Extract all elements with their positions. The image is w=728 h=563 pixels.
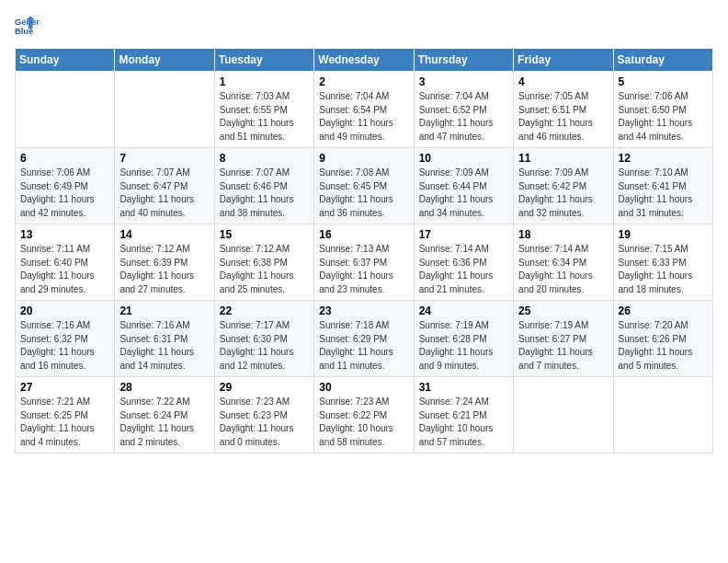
weekday-header-row: SundayMondayTuesdayWednesdayThursdayFrid…	[16, 49, 713, 72]
calendar-cell: 4Sunrise: 7:05 AMSunset: 6:51 PMDaylight…	[514, 72, 613, 148]
calendar-cell: 15Sunrise: 7:12 AMSunset: 6:38 PMDayligh…	[214, 224, 313, 301]
day-number: 15	[220, 228, 309, 241]
day-info: Sunrise: 7:07 AMSunset: 6:47 PMDaylight:…	[119, 167, 209, 220]
day-number: 5	[619, 75, 708, 88]
calendar-cell: 6Sunrise: 7:06 AMSunset: 6:49 PMDaylight…	[16, 148, 115, 224]
logo: GeneralBlue	[15, 15, 44, 40]
weekday-header-saturday: Saturday	[613, 49, 712, 72]
day-number: 16	[319, 228, 408, 241]
day-number: 27	[20, 381, 109, 394]
day-number: 21	[119, 304, 209, 317]
day-number: 2	[319, 75, 408, 88]
day-number: 28	[119, 381, 209, 394]
calendar-cell: 17Sunrise: 7:14 AMSunset: 6:36 PMDayligh…	[414, 224, 513, 301]
day-info: Sunrise: 7:19 AMSunset: 6:27 PMDaylight:…	[518, 319, 608, 373]
calendar-cell: 27Sunrise: 7:21 AMSunset: 6:25 PMDayligh…	[16, 377, 115, 454]
logo-icon: GeneralBlue	[15, 15, 40, 40]
day-info: Sunrise: 7:24 AMSunset: 6:21 PMDaylight:…	[419, 396, 508, 449]
day-number: 22	[220, 304, 309, 317]
calendar-cell: 3Sunrise: 7:04 AMSunset: 6:52 PMDaylight…	[414, 72, 513, 148]
day-info: Sunrise: 7:12 AMSunset: 6:39 PMDaylight:…	[119, 243, 209, 296]
day-info: Sunrise: 7:06 AMSunset: 6:49 PMDaylight:…	[20, 167, 109, 220]
calendar-cell: 8Sunrise: 7:07 AMSunset: 6:46 PMDaylight…	[214, 148, 313, 224]
calendar-cell: 26Sunrise: 7:20 AMSunset: 6:26 PMDayligh…	[613, 301, 712, 377]
calendar-week-3: 13Sunrise: 7:11 AMSunset: 6:40 PMDayligh…	[16, 224, 713, 301]
day-info: Sunrise: 7:16 AMSunset: 6:32 PMDaylight:…	[20, 319, 109, 373]
calendar-cell: 2Sunrise: 7:04 AMSunset: 6:54 PMDaylight…	[314, 72, 414, 148]
calendar-body: 1Sunrise: 7:03 AMSunset: 6:55 PMDaylight…	[16, 72, 713, 454]
calendar-cell: 16Sunrise: 7:13 AMSunset: 6:37 PMDayligh…	[314, 224, 414, 301]
page-header: GeneralBlue	[15, 15, 713, 40]
day-number: 8	[220, 152, 309, 165]
day-number: 20	[20, 304, 109, 317]
day-number: 29	[220, 381, 309, 394]
weekday-header-thursday: Thursday	[414, 49, 513, 72]
day-info: Sunrise: 7:17 AMSunset: 6:30 PMDaylight:…	[220, 319, 309, 373]
day-number: 30	[319, 381, 408, 394]
calendar-week-1: 1Sunrise: 7:03 AMSunset: 6:55 PMDaylight…	[16, 72, 713, 148]
calendar-cell: 7Sunrise: 7:07 AMSunset: 6:47 PMDaylight…	[115, 148, 214, 224]
calendar-cell: 11Sunrise: 7:09 AMSunset: 6:42 PMDayligh…	[514, 148, 613, 224]
day-info: Sunrise: 7:23 AMSunset: 6:23 PMDaylight:…	[220, 396, 309, 449]
day-number: 17	[419, 228, 508, 241]
calendar-cell: 24Sunrise: 7:19 AMSunset: 6:28 PMDayligh…	[414, 301, 513, 377]
calendar-cell: 28Sunrise: 7:22 AMSunset: 6:24 PMDayligh…	[115, 377, 214, 454]
calendar-cell: 22Sunrise: 7:17 AMSunset: 6:30 PMDayligh…	[214, 301, 313, 377]
day-info: Sunrise: 7:09 AMSunset: 6:42 PMDaylight:…	[518, 167, 608, 220]
calendar-cell: 25Sunrise: 7:19 AMSunset: 6:27 PMDayligh…	[514, 301, 613, 377]
day-info: Sunrise: 7:04 AMSunset: 6:54 PMDaylight:…	[319, 90, 408, 144]
day-number: 10	[419, 152, 508, 165]
day-info: Sunrise: 7:14 AMSunset: 6:34 PMDaylight:…	[518, 243, 608, 296]
calendar-cell: 29Sunrise: 7:23 AMSunset: 6:23 PMDayligh…	[214, 377, 313, 454]
calendar-cell: 19Sunrise: 7:15 AMSunset: 6:33 PMDayligh…	[613, 224, 712, 301]
day-info: Sunrise: 7:12 AMSunset: 6:38 PMDaylight:…	[220, 243, 309, 296]
calendar-week-5: 27Sunrise: 7:21 AMSunset: 6:25 PMDayligh…	[16, 377, 713, 454]
calendar-cell	[613, 377, 712, 454]
weekday-header-friday: Friday	[514, 49, 613, 72]
day-info: Sunrise: 7:20 AMSunset: 6:26 PMDaylight:…	[619, 319, 708, 373]
day-info: Sunrise: 7:07 AMSunset: 6:46 PMDaylight:…	[220, 167, 309, 220]
calendar-cell: 20Sunrise: 7:16 AMSunset: 6:32 PMDayligh…	[16, 301, 115, 377]
day-number: 14	[119, 228, 209, 241]
calendar-week-4: 20Sunrise: 7:16 AMSunset: 6:32 PMDayligh…	[16, 301, 713, 377]
calendar-cell: 14Sunrise: 7:12 AMSunset: 6:39 PMDayligh…	[115, 224, 214, 301]
day-number: 31	[419, 381, 508, 394]
day-number: 9	[319, 152, 408, 165]
day-number: 13	[20, 228, 109, 241]
calendar-cell: 18Sunrise: 7:14 AMSunset: 6:34 PMDayligh…	[514, 224, 613, 301]
day-info: Sunrise: 7:16 AMSunset: 6:31 PMDaylight:…	[119, 319, 209, 373]
calendar-cell: 12Sunrise: 7:10 AMSunset: 6:41 PMDayligh…	[613, 148, 712, 224]
day-info: Sunrise: 7:14 AMSunset: 6:36 PMDaylight:…	[419, 243, 508, 296]
day-info: Sunrise: 7:19 AMSunset: 6:28 PMDaylight:…	[419, 319, 508, 373]
day-number: 19	[619, 228, 708, 241]
day-info: Sunrise: 7:05 AMSunset: 6:51 PMDaylight:…	[518, 90, 608, 144]
calendar-table: SundayMondayTuesdayWednesdayThursdayFrid…	[15, 48, 713, 454]
calendar-cell: 31Sunrise: 7:24 AMSunset: 6:21 PMDayligh…	[414, 377, 513, 454]
weekday-header-tuesday: Tuesday	[214, 49, 313, 72]
weekday-header-sunday: Sunday	[16, 49, 115, 72]
day-info: Sunrise: 7:10 AMSunset: 6:41 PMDaylight:…	[619, 167, 708, 220]
day-number: 7	[119, 152, 209, 165]
day-number: 12	[619, 152, 708, 165]
calendar-cell: 13Sunrise: 7:11 AMSunset: 6:40 PMDayligh…	[16, 224, 115, 301]
calendar-cell	[514, 377, 613, 454]
day-info: Sunrise: 7:08 AMSunset: 6:45 PMDaylight:…	[319, 167, 408, 220]
day-info: Sunrise: 7:15 AMSunset: 6:33 PMDaylight:…	[619, 243, 708, 296]
day-info: Sunrise: 7:09 AMSunset: 6:44 PMDaylight:…	[419, 167, 508, 220]
calendar-cell: 10Sunrise: 7:09 AMSunset: 6:44 PMDayligh…	[414, 148, 513, 224]
day-number: 25	[518, 304, 608, 317]
day-number: 6	[20, 152, 109, 165]
calendar-cell: 1Sunrise: 7:03 AMSunset: 6:55 PMDaylight…	[214, 72, 313, 148]
day-info: Sunrise: 7:22 AMSunset: 6:24 PMDaylight:…	[119, 396, 209, 449]
day-info: Sunrise: 7:13 AMSunset: 6:37 PMDaylight:…	[319, 243, 408, 296]
day-number: 3	[419, 75, 508, 88]
day-number: 18	[518, 228, 608, 241]
calendar-cell: 9Sunrise: 7:08 AMSunset: 6:45 PMDaylight…	[314, 148, 414, 224]
day-number: 11	[518, 152, 608, 165]
calendar-cell: 23Sunrise: 7:18 AMSunset: 6:29 PMDayligh…	[314, 301, 414, 377]
day-number: 24	[419, 304, 508, 317]
calendar-cell: 30Sunrise: 7:23 AMSunset: 6:22 PMDayligh…	[314, 377, 414, 454]
calendar-cell	[115, 72, 214, 148]
day-info: Sunrise: 7:21 AMSunset: 6:25 PMDaylight:…	[20, 396, 109, 449]
calendar-cell: 5Sunrise: 7:06 AMSunset: 6:50 PMDaylight…	[613, 72, 712, 148]
